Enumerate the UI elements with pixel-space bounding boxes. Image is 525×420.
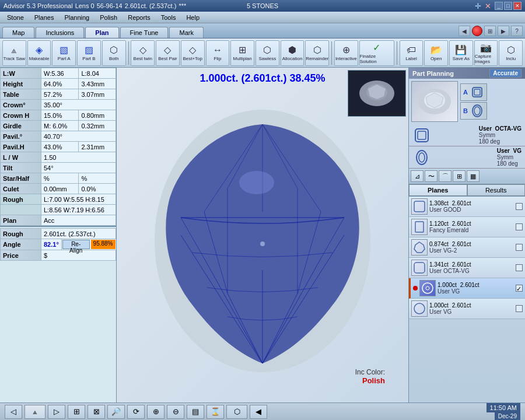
tab-planes[interactable]: Planes bbox=[409, 184, 467, 196]
stone-entry-4[interactable]: 1.341ct 2.601ct User OCTA-VG bbox=[409, 258, 525, 278]
best-top-icon: ◇ bbox=[189, 44, 196, 55]
svg-rect-33 bbox=[418, 131, 426, 139]
stones-list: 1.308ct 2.601ct User GOOD 1.120ct bbox=[409, 197, 525, 402]
multiplan-button[interactable]: ⊞ Multiplan bbox=[230, 40, 254, 66]
cross-icon: ✛ bbox=[475, 2, 481, 10]
tab-inclusions[interactable]: Inclusions bbox=[36, 27, 84, 38]
close-button[interactable]: ✕ bbox=[513, 2, 522, 10]
menu-planning[interactable]: Planning bbox=[60, 12, 94, 23]
open-button[interactable]: 📂 Open bbox=[424, 40, 448, 66]
entry-weights-3: 0.874ct 2.601ct bbox=[429, 241, 514, 247]
record-button[interactable] bbox=[472, 26, 482, 36]
status-btn-2[interactable]: ⟁ bbox=[24, 405, 46, 419]
grid2-icon-btn[interactable]: ▦ bbox=[467, 170, 480, 182]
center-panel: 1.000ct. (2.601ct.) 38.45% bbox=[117, 68, 408, 402]
nav-forward-button[interactable]: ▶ bbox=[498, 26, 509, 36]
inclu-button[interactable]: ⬡ Inclu bbox=[499, 40, 523, 66]
tab-map[interactable]: Map bbox=[2, 27, 34, 38]
entry-rough-4: 2.601ct bbox=[452, 261, 471, 268]
angle-value: 82.1° bbox=[44, 241, 59, 248]
stone-entry-1[interactable]: 1.308ct 2.601ct User GOOD bbox=[409, 197, 525, 217]
help-button[interactable]: ? bbox=[511, 26, 523, 36]
entry-checkbox-5[interactable]: ✓ bbox=[516, 285, 523, 292]
tab-mark[interactable]: Mark bbox=[169, 27, 203, 38]
maximize-button[interactable]: □ bbox=[504, 2, 512, 10]
capture-icon: 📷 bbox=[480, 42, 492, 53]
minimize-button[interactable]: _ bbox=[495, 2, 503, 10]
remainder-button[interactable]: ⬡ Remainder bbox=[305, 40, 329, 66]
svg-marker-38 bbox=[414, 242, 425, 253]
grid-icon-btn[interactable]: ⊞ bbox=[453, 170, 466, 182]
re-align-button[interactable]: Re-Align bbox=[62, 240, 90, 249]
both-button[interactable]: ⬡ Both bbox=[102, 40, 126, 66]
entry-ct-5: 1.000ct bbox=[438, 282, 457, 288]
label-button[interactable]: 🏷 Label bbox=[400, 40, 424, 66]
save-as-button[interactable]: 💾 Save As bbox=[449, 40, 473, 66]
status-btn-3[interactable]: ▷ bbox=[48, 405, 65, 419]
status-btn-12[interactable]: ⬡ bbox=[226, 405, 247, 419]
part-planning-label: Part Planning bbox=[412, 70, 454, 77]
makeable-button[interactable]: ◈ Makeable bbox=[27, 40, 51, 66]
tab-results[interactable]: Results bbox=[467, 184, 526, 196]
entry-checkbox-4[interactable] bbox=[516, 264, 523, 271]
menu-polish[interactable]: Polish bbox=[95, 12, 122, 23]
toolbar: ⟁ Track Saw ◈ Makeable ▧ Part A ▨ Part B… bbox=[0, 38, 525, 68]
capture-button[interactable]: 📷 Capture Images bbox=[474, 40, 498, 66]
status-btn-9[interactable]: ⊖ bbox=[167, 405, 184, 419]
status-btn-6[interactable]: 🔎 bbox=[107, 405, 125, 419]
status-btn-10[interactable]: ▤ bbox=[187, 405, 204, 419]
table-row-rough: Rough L:7.00 W:5.55 H:8.15 bbox=[1, 194, 116, 205]
wave-icon-btn[interactable]: 〜 bbox=[425, 170, 438, 182]
stone-thumbnail bbox=[411, 81, 458, 122]
stone-entry-5[interactable]: 1.000ct 2.601ct User VG ✓ bbox=[409, 278, 525, 299]
nav-back-button[interactable]: ◀ bbox=[459, 26, 470, 36]
status-btn-8[interactable]: ⊕ bbox=[147, 405, 164, 419]
status-btn-7[interactable]: ⟳ bbox=[127, 405, 145, 419]
curve-icon-btn[interactable]: ⌒ bbox=[439, 170, 452, 182]
stone-entry-6[interactable]: 1.000ct 2.601ct User VG bbox=[409, 299, 525, 319]
shape-a-type: User OCTA-VG bbox=[479, 125, 522, 132]
best-top-button[interactable]: ◇ Best+Top bbox=[181, 40, 205, 66]
part-b-button[interactable]: ▨ Part B bbox=[77, 40, 101, 66]
status-btn-11[interactable]: ⌛ bbox=[206, 405, 224, 419]
finalize-button[interactable]: ✓ Finalize Solution bbox=[359, 40, 394, 66]
status-btn-13[interactable]: ◀ bbox=[250, 405, 267, 419]
b-button[interactable]: B bbox=[460, 102, 487, 120]
entry-checkbox-2[interactable] bbox=[516, 223, 523, 230]
entry-checkbox-3[interactable] bbox=[516, 244, 523, 251]
window-controls[interactable]: _ □ ✕ bbox=[495, 2, 522, 10]
shape-a-icon bbox=[470, 85, 484, 99]
inc-color-section: Inc Color: Polish bbox=[355, 368, 385, 385]
shape-a-row: User OCTA-VG Symm 180 deg bbox=[409, 124, 525, 146]
stone-entry-2[interactable]: 1.120ct 2.601ct Fancy Emerald bbox=[409, 217, 525, 237]
filter-icon-btn[interactable]: ⊿ bbox=[411, 170, 424, 182]
price-row: Price $ bbox=[1, 250, 116, 261]
track-saw-button[interactable]: ⟁ Track Saw bbox=[2, 40, 26, 66]
menu-tools[interactable]: Tools bbox=[156, 12, 181, 23]
status-btn-1[interactable]: ◁ bbox=[5, 405, 22, 419]
a-button[interactable]: A bbox=[460, 83, 487, 101]
part-a-button[interactable]: ▧ Part A bbox=[52, 40, 76, 66]
nav-grid-button[interactable]: ⊞ bbox=[484, 26, 496, 36]
interactive-button[interactable]: ⊕ Interactive bbox=[334, 40, 358, 66]
entry-checkbox-1[interactable] bbox=[516, 203, 523, 210]
table-row: Pavil.° 40.70° bbox=[1, 131, 116, 142]
menu-help[interactable]: Help bbox=[181, 12, 204, 23]
best-pair-button[interactable]: ◇ Best Pair bbox=[156, 40, 180, 66]
tab-plan[interactable]: Plan bbox=[85, 27, 118, 38]
shape-a-display bbox=[412, 126, 431, 145]
stone-svg bbox=[146, 95, 379, 381]
flip-button[interactable]: ↔ Flip bbox=[206, 40, 230, 66]
stone-entry-3[interactable]: 0.874ct 2.601ct User VG-2 bbox=[409, 237, 525, 258]
menu-planes[interactable]: Planes bbox=[30, 12, 59, 23]
menu-reports[interactable]: Reports bbox=[123, 12, 155, 23]
svg-point-31 bbox=[474, 107, 480, 115]
menu-stone[interactable]: Stone bbox=[2, 12, 29, 23]
entry-checkbox-6[interactable] bbox=[516, 305, 523, 312]
best-twin-button[interactable]: ◇ Best twin bbox=[131, 40, 155, 66]
sawless-button[interactable]: ⬡ Sawless bbox=[256, 40, 279, 66]
tab-fine-tune[interactable]: Fine Tune bbox=[120, 27, 169, 38]
status-btn-5[interactable]: ⊠ bbox=[88, 405, 105, 419]
status-btn-4[interactable]: ⊞ bbox=[68, 405, 85, 419]
allocation-button[interactable]: ⬢ Allocation bbox=[281, 40, 304, 66]
